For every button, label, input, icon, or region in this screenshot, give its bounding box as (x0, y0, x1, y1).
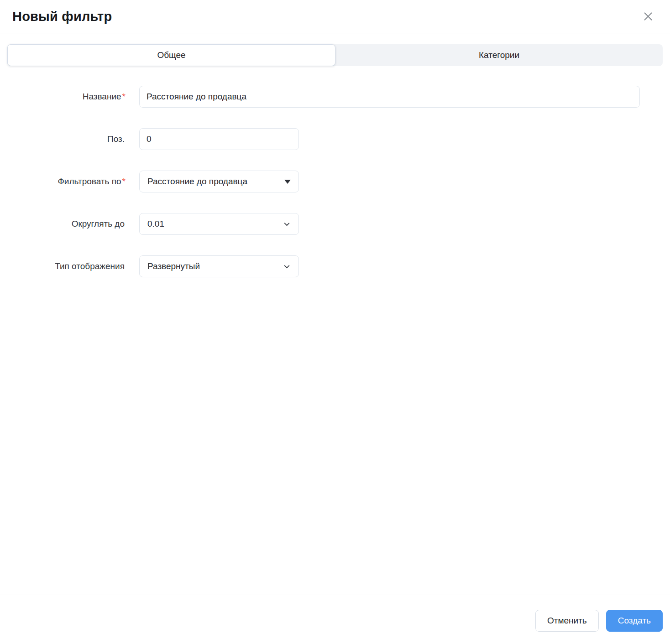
tabbar: Общее Категории (7, 44, 663, 66)
field-row-position: Поз. (0, 128, 670, 150)
name-input[interactable] (139, 86, 640, 108)
filter-by-select[interactable]: Расстояние до продавца (139, 171, 299, 192)
new-filter-modal: Новый фильтр Общее Категории Название* П… (0, 0, 670, 644)
filter-by-label: Фильтровать по* (0, 177, 126, 187)
name-label: Название* (0, 92, 126, 102)
field-row-filter-by: Фильтровать по* Расстояние до продавца (0, 171, 670, 192)
filter-by-select-value: Расстояние до продавца (147, 177, 247, 187)
display-type-label: Тип отображения (0, 261, 126, 271)
display-type-select-value: Развернутый (147, 261, 200, 271)
field-row-round-to: Округлять до 0.01 (0, 213, 670, 235)
chevron-down-icon (283, 263, 291, 270)
position-label: Поз. (0, 134, 126, 144)
required-mark: * (122, 92, 126, 101)
round-to-select[interactable]: 0.01 (139, 213, 299, 235)
tab-general[interactable]: Общее (7, 44, 335, 66)
cancel-button[interactable]: Отменить (535, 610, 599, 632)
form-general-tab: Название* Поз. Фильтровать по* Расстояни… (0, 86, 670, 594)
display-type-select[interactable]: Развернутый (139, 255, 299, 277)
round-to-select-value: 0.01 (147, 219, 164, 229)
chevron-down-icon (283, 220, 291, 228)
tab-categories[interactable]: Категории (335, 44, 663, 66)
round-to-label: Округлять до (0, 219, 126, 229)
field-row-name: Название* (0, 86, 670, 108)
tab-general-label: Общее (157, 50, 185, 60)
position-input[interactable] (139, 128, 299, 150)
tab-categories-label: Категории (479, 50, 519, 60)
field-row-display-type: Тип отображения Развернутый (0, 255, 670, 277)
create-button[interactable]: Создать (606, 610, 663, 632)
modal-header: Новый фильтр (0, 0, 670, 33)
required-mark: * (122, 177, 126, 186)
close-icon (642, 10, 654, 22)
caret-down-filled-icon (284, 180, 291, 184)
close-button[interactable] (642, 10, 654, 23)
modal-title: Новый фильтр (12, 9, 112, 24)
modal-footer: Отменить Создать (0, 594, 670, 644)
